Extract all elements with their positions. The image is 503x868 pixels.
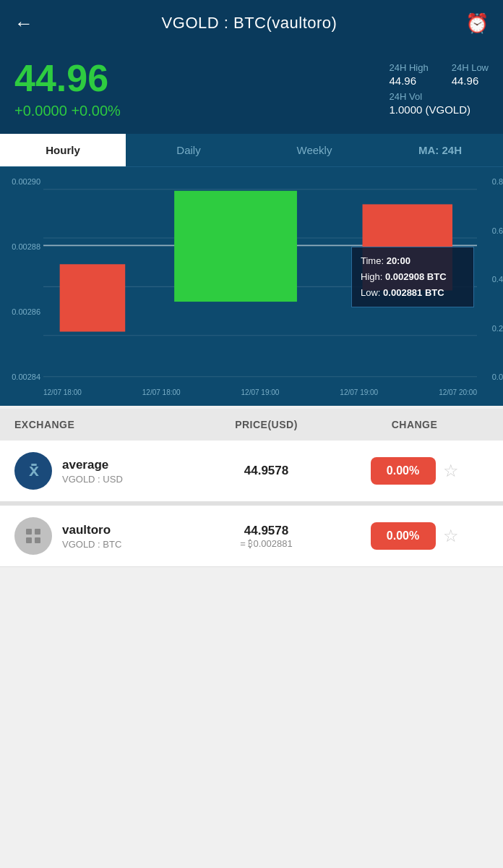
table-row: x̄ average VGOLD : USD 44.9578 0.00% ☆	[0, 441, 503, 502]
price-left: 44.96 +0.0000 +0.00%	[14, 59, 121, 119]
change-badge-vaultoro: 0.00%	[371, 522, 436, 550]
price-right: 24H High 44.96 24H Low 44.96 24H Vol 1.0…	[389, 59, 489, 116]
price-section: 44.96 +0.0000 +0.00% 24H High 44.96 24H …	[0, 46, 503, 134]
svg-rect-7	[174, 191, 297, 302]
tooltip-high: High: 0.002908 BTC	[361, 269, 465, 285]
change-badge-average: 0.00%	[371, 457, 436, 485]
header-change: CHANGE	[340, 419, 489, 430]
exchange-name-average: average VGOLD : USD	[62, 458, 123, 485]
tab-bar: Hourly Daily Weekly MA: 24H	[0, 134, 503, 167]
tab-ma24h[interactable]: MA: 24H	[377, 134, 503, 166]
exchange-table: EXCHANGE PRICE(USD) CHANGE x̄ average VG…	[0, 409, 503, 567]
tab-hourly[interactable]: Hourly	[0, 134, 126, 166]
price-change: +0.0000 +0.00%	[14, 103, 121, 119]
exchange-icon-vaultoro	[14, 517, 52, 555]
tooltip-low: Low: 0.002881 BTC	[361, 285, 465, 301]
svg-rect-6	[60, 264, 126, 331]
chart-container: 0.00290 0.00288 0.00286 0.00284 0.8 0.6 …	[0, 174, 503, 384]
page-title: VGOLD : BTC(vaultoro)	[162, 14, 338, 33]
chart-tooltip: Time: 20:00 High: 0.002908 BTC Low: 0.00…	[351, 247, 474, 307]
back-button[interactable]: ←	[14, 12, 33, 35]
svg-rect-11	[26, 537, 32, 543]
price-main: 44.96	[14, 59, 121, 97]
header: ← VGOLD : BTC(vaultoro) ⏰	[0, 0, 503, 46]
y-axis-left: 0.00290 0.00288 0.00286 0.00284	[0, 174, 43, 384]
x-axis: 12/07 18:00 12/07 18:00 12/07 19:00 12/0…	[0, 384, 503, 401]
table-row: vaultoro VGOLD : BTC 44.9578 = ₿0.002881…	[0, 506, 503, 567]
price-cell-average: 44.9578	[192, 464, 340, 478]
exchange-name-vaultoro: vaultoro VGOLD : BTC	[62, 523, 121, 550]
tab-daily[interactable]: Daily	[126, 134, 252, 166]
exchange-icon-average: x̄	[14, 452, 52, 490]
svg-rect-12	[35, 537, 40, 543]
change-cell-average: 0.00% ☆	[340, 457, 489, 485]
chart-section: 0.00290 0.00288 0.00286 0.00284 0.8 0.6 …	[0, 167, 503, 406]
alarm-icon[interactable]: ⏰	[465, 12, 489, 35]
table-header: EXCHANGE PRICE(USD) CHANGE	[0, 409, 503, 441]
price-vol: 24H Vol 1.0000 (VGOLD)	[389, 91, 489, 116]
price-cell-vaultoro: 44.9578 = ₿0.002881	[192, 524, 340, 549]
y-axis-right: 0.8 0.6 0.4 0.2 0.0	[477, 174, 503, 384]
favorite-star-vaultoro[interactable]: ☆	[443, 526, 459, 546]
price-stats-row: 24H High 44.96 24H Low 44.96	[389, 62, 489, 87]
tab-weekly[interactable]: Weekly	[252, 134, 377, 166]
price-low: 24H Low 44.96	[452, 62, 489, 87]
change-cell-vaultoro: 0.00% ☆	[340, 522, 489, 550]
tooltip-time: Time: 20:00	[361, 253, 465, 269]
favorite-star-average[interactable]: ☆	[443, 461, 459, 481]
price-high: 24H High 44.96	[389, 62, 428, 87]
exchange-info-average: x̄ average VGOLD : USD	[14, 452, 192, 490]
header-price: PRICE(USD)	[192, 419, 340, 430]
svg-rect-10	[35, 529, 40, 535]
svg-rect-9	[26, 529, 32, 535]
header-exchange: EXCHANGE	[14, 419, 192, 430]
exchange-info-vaultoro: vaultoro VGOLD : BTC	[14, 517, 192, 555]
